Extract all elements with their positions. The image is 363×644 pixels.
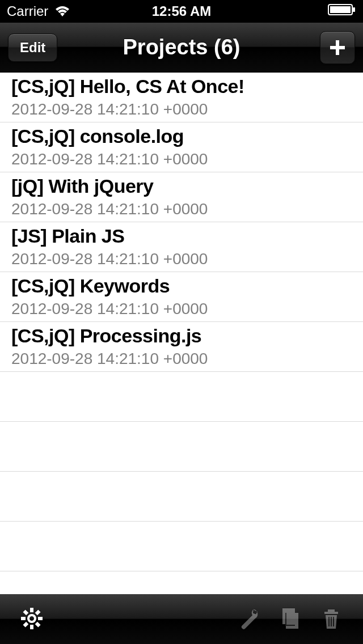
copy-button[interactable]: [270, 600, 311, 638]
list-item[interactable]: [jQ] With jQuery 2012-09-28 14:21:10 +00…: [0, 172, 363, 222]
list-item-empty: [0, 422, 363, 472]
svg-rect-19: [333, 617, 334, 626]
svg-rect-12: [35, 622, 41, 628]
status-left: Carrier: [7, 3, 71, 19]
item-title: [CS,jQ] Processing.js: [11, 324, 352, 348]
carrier-label: Carrier: [7, 3, 48, 19]
gear-icon: [19, 606, 44, 633]
item-title: [JS] Plain JS: [11, 224, 352, 248]
wrench-button[interactable]: [229, 600, 270, 638]
svg-rect-11: [23, 609, 28, 615]
svg-rect-6: [30, 625, 33, 629]
list-item[interactable]: [CS,jQ] Keywords 2012-09-28 14:21:10 +00…: [0, 272, 363, 322]
list-item-empty: [0, 372, 363, 422]
item-date: 2012-09-28 14:21:10 +0000: [11, 199, 352, 219]
item-title: [CS,jQ] Keywords: [11, 274, 352, 298]
item-date: 2012-09-28 14:21:10 +0000: [11, 149, 352, 170]
trash-button[interactable]: [311, 600, 352, 638]
plus-icon: [330, 36, 345, 60]
list-item-empty: [0, 522, 363, 571]
project-list: [CS,jQ] Hello, CS At Once! 2012-09-28 14…: [0, 73, 363, 571]
svg-rect-17: [328, 617, 330, 626]
item-title: [CS,jQ] console.log: [11, 125, 352, 148]
add-button[interactable]: [320, 31, 355, 64]
trash-icon: [319, 606, 344, 633]
copy-icon: [278, 606, 303, 633]
edit-button[interactable]: Edit: [8, 33, 57, 62]
svg-rect-1: [330, 6, 351, 13]
item-date: 2012-09-28 14:21:10 +0000: [11, 299, 352, 319]
settings-button[interactable]: [11, 600, 52, 638]
wrench-icon: [237, 606, 262, 633]
status-right: [328, 3, 356, 19]
status-time: 12:56 AM: [152, 3, 211, 19]
svg-rect-16: [324, 612, 338, 614]
svg-rect-2: [353, 7, 355, 12]
wifi-icon: [54, 5, 71, 18]
list-item-empty: [0, 472, 363, 522]
item-date: 2012-09-28 14:21:10 +0000: [11, 99, 352, 120]
item-date: 2012-09-28 14:21:10 +0000: [11, 349, 352, 369]
svg-rect-4: [330, 46, 345, 49]
svg-rect-8: [38, 617, 43, 620]
list-item[interactable]: [JS] Plain JS 2012-09-28 14:21:10 +0000: [0, 222, 363, 272]
svg-rect-18: [331, 617, 332, 626]
item-date: 2012-09-28 14:21:10 +0000: [11, 249, 352, 269]
page-title: Projects (6): [123, 35, 240, 60]
list-item[interactable]: [CS,jQ] console.log 2012-09-28 14:21:10 …: [0, 122, 363, 172]
svg-rect-7: [21, 617, 26, 620]
list-item[interactable]: [CS,jQ] Hello, CS At Once! 2012-09-28 14…: [0, 73, 363, 122]
svg-rect-9: [35, 609, 41, 615]
item-title: [CS,jQ] Hello, CS At Once!: [11, 75, 352, 98]
battery-icon: [328, 3, 356, 16]
svg-rect-10: [23, 622, 28, 628]
nav-bar: Edit Projects (6): [0, 23, 363, 73]
toolbar: [0, 594, 363, 644]
item-title: [jQ] With jQuery: [11, 175, 352, 198]
status-bar: Carrier 12:56 AM: [0, 0, 363, 23]
list-item[interactable]: [CS,jQ] Processing.js 2012-09-28 14:21:1…: [0, 322, 363, 372]
svg-rect-5: [30, 608, 33, 612]
